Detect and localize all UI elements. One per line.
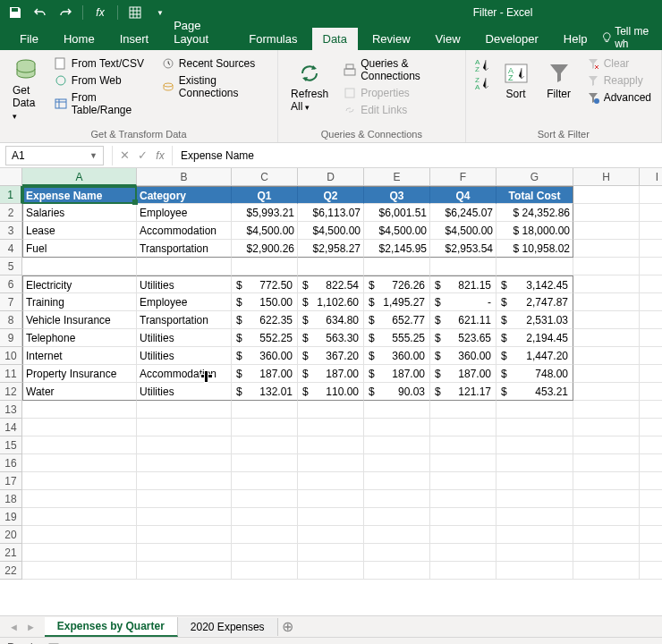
cell[interactable]: $822.54 [298,275,364,293]
cell[interactable] [573,401,640,419]
cell[interactable] [430,454,496,472]
cell[interactable] [573,275,640,293]
cell[interactable] [137,436,232,454]
cell[interactable]: $634.80 [298,311,364,329]
cell[interactable]: $360.00 [232,347,298,365]
cell[interactable] [364,526,430,544]
cell[interactable] [232,562,298,580]
cell[interactable] [430,436,496,454]
cell[interactable]: $772.50 [232,275,298,293]
cell[interactable] [573,347,640,365]
cell[interactable]: $121.17 [430,383,496,401]
cell[interactable] [364,508,430,526]
col-header-B[interactable]: B [137,168,232,186]
row-header-20[interactable]: 20 [0,526,22,544]
macro-record-icon[interactable] [47,641,60,645]
cell[interactable]: Q1 [232,186,298,204]
cell[interactable] [640,544,662,562]
cell[interactable] [298,401,364,419]
tab-review[interactable]: Review [361,28,421,50]
cell[interactable]: $4,500.00 [364,222,430,240]
cell[interactable]: $1,102.60 [298,293,364,311]
cell[interactable] [496,562,573,580]
row-header-17[interactable]: 17 [0,472,22,490]
cell[interactable]: $4,500.00 [298,222,364,240]
cell[interactable]: $2,953.54 [430,240,496,258]
row-header-2[interactable]: 2 [0,204,22,222]
row-header-12[interactable]: 12 [0,383,22,401]
cell[interactable] [573,311,640,329]
cell[interactable]: Transportation [137,240,232,258]
cell[interactable] [232,490,298,508]
refresh-all-button[interactable]: RefreshAll ▾ [285,54,334,120]
add-sheet-button[interactable]: ⊕ [278,618,298,635]
row-header-21[interactable]: 21 [0,544,22,562]
cell[interactable]: $6,113.07 [298,204,364,222]
cell[interactable] [22,472,137,490]
sheet-nav[interactable]: ◄► [0,622,45,632]
cell[interactable] [298,508,364,526]
cell[interactable] [137,472,232,490]
cell[interactable] [22,508,137,526]
cell[interactable] [496,544,573,562]
cell[interactable]: $621.11 [430,311,496,329]
cell[interactable]: $555.25 [364,329,430,347]
cell[interactable]: $5,993.21 [232,204,298,222]
cell[interactable] [496,258,573,275]
cell[interactable] [22,454,137,472]
cell[interactable]: $552.25 [232,329,298,347]
cell[interactable]: Q3 [364,186,430,204]
cell[interactable] [364,472,430,490]
cell[interactable]: Water [22,383,137,401]
cell[interactable] [640,293,662,311]
cell[interactable]: Category [137,186,232,204]
cell[interactable] [22,562,137,580]
row-header-6[interactable]: 6 [0,275,22,293]
cell[interactable] [496,454,573,472]
row-header-8[interactable]: 8 [0,311,22,329]
sort-desc-icon[interactable]: ZA [473,75,491,91]
cell[interactable]: $523.65 [430,329,496,347]
col-header-D[interactable]: D [298,168,364,186]
cell[interactable] [573,508,640,526]
cell[interactable]: Q2 [298,186,364,204]
cell[interactable] [364,258,430,275]
cell[interactable] [364,544,430,562]
advanced-filter[interactable]: Advanced [584,90,654,105]
cell[interactable] [232,258,298,275]
cell[interactable]: $187.00 [298,365,364,383]
cell[interactable] [430,490,496,508]
tab-help[interactable]: Help [553,28,598,50]
cell[interactable] [640,258,662,275]
cell[interactable] [137,401,232,419]
cell[interactable] [640,275,662,293]
cell[interactable]: $132.01 [232,383,298,401]
col-header-E[interactable]: E [364,168,430,186]
cell[interactable] [496,526,573,544]
row-header-14[interactable]: 14 [0,419,22,436]
sheet-tab-expenses-by-quarter[interactable]: Expenses by Quarter [45,617,178,637]
cell[interactable]: $4,500.00 [232,222,298,240]
sheet-next-icon[interactable]: ► [26,622,36,632]
cell[interactable] [22,544,137,562]
name-box[interactable]: A1 ▼ [5,146,104,165]
select-all-corner[interactable] [0,168,22,186]
sheet-prev-icon[interactable]: ◄ [9,622,19,632]
cell[interactable]: $ 24,352.86 [496,204,573,222]
recent-sources[interactable]: Recent Sources [159,56,270,71]
cell[interactable]: $- [430,293,496,311]
tab-view[interactable]: View [425,28,471,50]
cell[interactable]: $622.35 [232,311,298,329]
cell[interactable] [640,204,662,222]
cell[interactable] [496,508,573,526]
cell[interactable] [232,436,298,454]
cell[interactable] [232,508,298,526]
cell[interactable]: $2,145.95 [364,240,430,258]
cell[interactable] [573,544,640,562]
cell[interactable]: Training [22,293,137,311]
cell[interactable] [298,472,364,490]
cell[interactable] [137,508,232,526]
cell[interactable] [573,329,640,347]
cell[interactable] [430,508,496,526]
cell[interactable] [364,401,430,419]
